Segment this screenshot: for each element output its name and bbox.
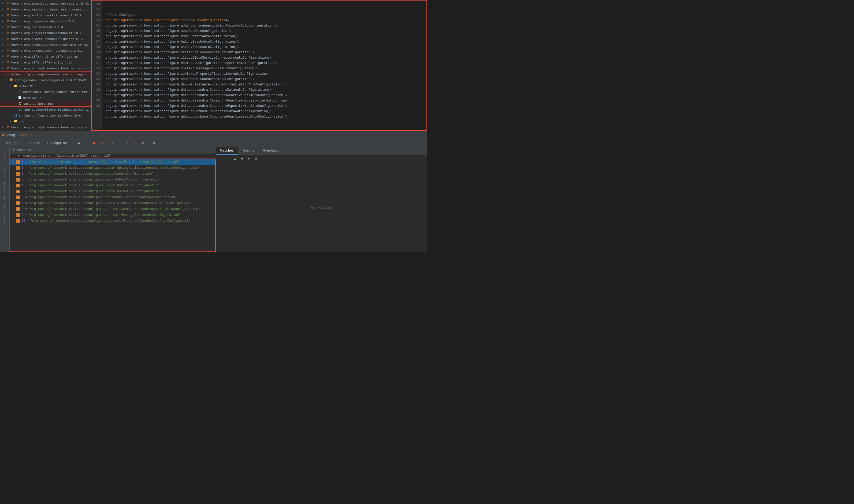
tree-item-mockito[interactable]: ▸MMaven: org.mockito:mockito-core:2.23.0 xyxy=(0,12,91,18)
tree-item-spring-boot-autoconfigure[interactable]: ▾MMaven: org.springframework.boot:spring… xyxy=(0,71,91,77)
evaluate-button[interactable]: ⌘ xyxy=(139,140,146,146)
tree-item-mapstruct-processor[interactable]: ▸MMaven: org.mapstruct:mapstruct-process… xyxy=(0,6,91,12)
restart-button[interactable]: ↺ xyxy=(98,140,105,146)
tree-arrow-quartz[interactable]: ▸ xyxy=(2,37,6,40)
watches-toolbar-btn-2[interactable]: ▲ xyxy=(232,156,238,162)
watches-tab-memory[interactable]: Memory xyxy=(238,147,259,155)
var-expand-icon-9[interactable]: ▸ xyxy=(12,213,16,217)
var-expand-icon-5[interactable]: ▸ xyxy=(12,190,16,193)
var-item-5[interactable]: ▸≡5 = "org.springframework.boot.autoconf… xyxy=(10,188,215,194)
side-label-5[interactable]: pars xyxy=(2,187,8,193)
side-label-7[interactable]: posi xyxy=(2,202,8,208)
tree-item-slf4j-api[interactable]: ▸MMaven: org.slf4j:slf4j-api:1.7.25 xyxy=(0,59,91,65)
tree-item-spring-starter[interactable]: ▸MMaven: org.springframework.boot:spring… xyxy=(0,124,91,130)
watches-toolbar-btn-3[interactable]: ▼ xyxy=(239,156,245,162)
run-to-cursor-button[interactable]: → xyxy=(132,140,138,146)
tree-arrow-reactive-streams[interactable]: ▸ xyxy=(2,43,6,46)
tree-arrow-spring-boot[interactable]: ▸ xyxy=(2,67,6,70)
var-expand-icon-3[interactable]: ▸ xyxy=(12,178,16,181)
step-over-button[interactable]: ↷ xyxy=(109,140,116,146)
tree-item-spring-factories[interactable]: 🍃spring.factories xyxy=(0,101,91,107)
watches-toolbar-btn-1[interactable]: − xyxy=(225,156,231,162)
tree-item-spring-boot[interactable]: ▸MMaven: org.springframework.boot:spring… xyxy=(0,65,91,71)
close-tab-icon[interactable]: ✕ xyxy=(36,133,37,137)
var-expand-icon-2[interactable]: ▸ xyxy=(12,172,16,175)
tree-arrow-mapstruct[interactable]: ▸ xyxy=(2,2,6,5)
side-label-0[interactable]: get/A xyxy=(2,149,8,156)
step-out-button[interactable]: ↑ xyxy=(124,140,131,146)
variables-list[interactable]: ▸≡0 = "com.alibaba.druid.spring.boot.aut… xyxy=(10,159,216,252)
var-item-10[interactable]: ▸≡10 = "org.springframework.boot.autocon… xyxy=(10,218,215,224)
stop-button[interactable]: ⏹ xyxy=(91,140,97,146)
tree-arrow-jsonassert[interactable]: ▸ xyxy=(2,49,6,52)
var-expand-icon-0[interactable]: ▸ xyxy=(12,160,16,164)
var-item-7[interactable]: ▸≡7 = "org.springframework.boot.autoconf… xyxy=(10,200,215,206)
tree-item-slf4j-jul[interactable]: ▸MMaven: org.slf4j:jul-to-slf4j:1.7.25 xyxy=(0,54,91,59)
watches-tab-watches[interactable]: Watches xyxy=(216,147,238,155)
var-expand-icon-7[interactable]: ▸ xyxy=(12,202,16,205)
var-item-6[interactable]: ▸≡6 = "org.springframework.boot.autoconf… xyxy=(10,194,215,200)
var-item-2[interactable]: ▸≡2 = "org.springframework.boot.autoconf… xyxy=(10,171,215,177)
view-frames-button[interactable]: ⊞ xyxy=(150,140,157,146)
var-expand-icon-10[interactable]: ▸ xyxy=(12,219,16,222)
var-item-8[interactable]: ▸≡8 = "org.springframework.boot.autoconf… xyxy=(10,206,215,212)
tree-arrow-mapstruct-processor[interactable]: ▸ xyxy=(2,8,6,11)
tree-item-mapstruct[interactable]: ▸MMaven: org.mapstruct:mapstruct:1.3.1.F… xyxy=(0,1,91,6)
watches-toolbar-btn-4[interactable]: ⊡ xyxy=(246,156,252,162)
tree-item-manifest[interactable]: 📄MANIFEST.MF xyxy=(0,95,91,101)
tree-arrow-meta-inf[interactable]: ▾ xyxy=(10,84,13,88)
filter-icon[interactable]: ▼ xyxy=(13,148,15,152)
tab-debugger[interactable]: Debugger xyxy=(2,140,23,146)
tree-item-additional-spring[interactable]: {}additional-spring-configuration-metada… xyxy=(0,89,91,95)
var-expand-icon-4[interactable]: ▸ xyxy=(12,184,16,187)
tree-arrow-mockito[interactable]: ▸ xyxy=(2,14,6,17)
var-item-0[interactable]: ▸≡0 = "com.alibaba.druid.spring.boot.aut… xyxy=(10,159,215,165)
tree-item-ow2[interactable]: ▸MMaven: org.ow2.asm:asm:5.0.4 xyxy=(0,24,91,30)
side-label-1[interactable]: proc xyxy=(2,157,8,163)
var-expand-icon-6[interactable]: ▸ xyxy=(12,196,16,199)
tree-arrow-spring-boot-autoconfigure[interactable]: ▾ xyxy=(2,73,6,76)
tree-arrow-spring-starter[interactable]: ▸ xyxy=(2,126,6,129)
tree-item-jar-lib[interactable]: ▾📦spring-boot-autoconfigure-2.1.0.RELEAS… xyxy=(0,77,91,83)
file-tree[interactable]: ▸MMaven: org.mapstruct:mapstruct:1.3.1.F… xyxy=(0,0,91,131)
tree-item-meta-inf[interactable]: ▾📁META-INF xyxy=(0,83,91,89)
tree-arrow-slf4j-jul[interactable]: ▸ xyxy=(2,55,6,58)
watches-toolbar-btn-5[interactable]: ∞ xyxy=(253,156,259,162)
configs-expand-icon[interactable]: ▼ xyxy=(18,154,20,158)
tree-item-reactive-streams[interactable]: ▸MMaven: org.reactivestreams:reactive-st… xyxy=(0,42,91,48)
side-label-8[interactable]: invо xyxy=(2,210,8,216)
var-item-3[interactable]: ▸≡3 = "org.springframework.boot.autoconf… xyxy=(10,177,215,183)
tree-item-lombok[interactable]: ▸MMaven: org.projectlombok:lombok:1.18.2 xyxy=(0,30,91,36)
var-item-4[interactable]: ▸≡4 = "org.springframework.boot.autoconf… xyxy=(10,183,215,188)
tree-arrow-org-folder[interactable]: ▸ xyxy=(10,120,13,123)
side-label-2[interactable]: getL xyxy=(2,164,8,171)
var-item-1[interactable]: ▸≡1 = "org.springframework.boot.autoconf… xyxy=(10,165,215,171)
tree-item-org-folder[interactable]: ▸📁org xyxy=(0,119,91,124)
tree-arrow-ow2[interactable]: ▸ xyxy=(2,25,6,29)
tree-item-objenesis[interactable]: ▸MMaven: org.objenesis:objenesis:2.6 xyxy=(0,18,91,24)
var-expand-icon-8[interactable]: ▸ xyxy=(12,208,16,211)
tree-arrow-objenesis[interactable]: ▸ xyxy=(2,20,6,23)
tree-arrow-slf4j-api[interactable]: ▸ xyxy=(2,61,6,64)
side-label-6[interactable]: proc xyxy=(2,194,8,201)
tree-item-spring-configuration-metadata[interactable]: {}spring-configuration-metadata.json xyxy=(0,112,91,119)
settings-button[interactable]: ⋮ xyxy=(158,140,164,146)
watches-tab-overhead[interactable]: Overhead xyxy=(259,147,283,155)
app-run-button[interactable]: AppRun xyxy=(18,133,34,138)
var-expand-icon-1[interactable]: ▸ xyxy=(12,166,16,169)
resume-button[interactable]: ▶ xyxy=(76,140,82,146)
tree-item-spring-autoconfigure-metadata[interactable]: ⚙spring-autoconfigure-metadata.propertie… xyxy=(0,107,91,112)
tree-arrow-jar-lib[interactable]: ▾ xyxy=(5,78,9,82)
pause-button[interactable]: ⏸ xyxy=(83,140,90,146)
step-into-button[interactable]: ↓ xyxy=(117,140,123,146)
watches-toolbar-btn-0[interactable]: + xyxy=(218,156,224,162)
tab-console[interactable]: Console xyxy=(24,140,43,146)
side-label-4[interactable]: proc xyxy=(2,179,8,186)
tab-endpoints[interactable]: ⚡ Endpoints xyxy=(44,140,71,146)
side-label-9[interactable]: invо xyxy=(2,217,8,223)
tree-item-jsonassert[interactable]: ▸MMaven: org.skyscreamer:jsonassert:1.5.… xyxy=(0,48,91,54)
side-label-3[interactable]: proc xyxy=(2,172,8,178)
var-item-9[interactable]: ▸≡9 = "org.springframework.boot.autoconf… xyxy=(10,212,215,218)
tree-arrow-lombok[interactable]: ▸ xyxy=(2,31,6,35)
tree-item-quartz[interactable]: ▸MMaven: org.quartz-scheduler:quartz:2.3… xyxy=(0,36,91,42)
